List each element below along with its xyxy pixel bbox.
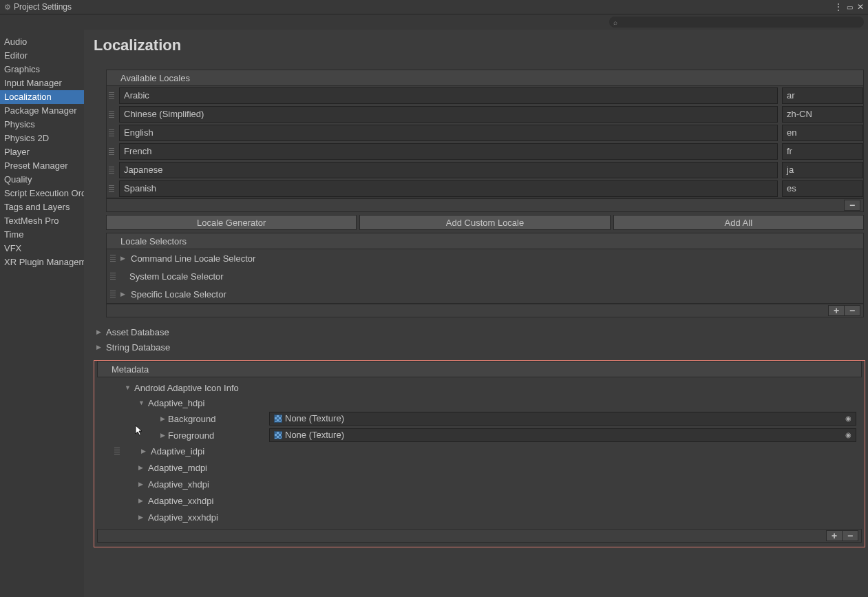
locale-row: Chinese (Simplified)zh-CN (107, 105, 863, 123)
locale-name-field[interactable]: Chinese (Simplified) (119, 106, 778, 123)
grip-icon[interactable] (109, 255, 116, 262)
adaptive-xxxhdpi-item[interactable]: ▶ Adaptive_xxxhdpi (97, 510, 862, 525)
locale-selectors-header: Locale Selectors (106, 233, 864, 249)
sidebar: AudioEditorGraphicsInput ManagerLocaliza… (0, 30, 84, 597)
sidebar-item-package-manager[interactable]: Package Manager (0, 104, 84, 118)
texture-icon (274, 415, 282, 423)
remove-metadata-button[interactable]: − (842, 530, 858, 541)
locale-code-field[interactable]: fr (782, 143, 863, 160)
page-title: Localization (94, 36, 865, 54)
sidebar-item-preset-manager[interactable]: Preset Manager (0, 159, 84, 173)
selector-row[interactable]: ▶Specific Locale Selector (107, 285, 863, 303)
sidebar-item-player[interactable]: Player (0, 145, 84, 159)
sidebar-item-quality[interactable]: Quality (0, 173, 84, 187)
locale-generator-button[interactable]: Locale Generator (106, 215, 357, 230)
selector-label: Specific Locale Selector (131, 289, 226, 300)
sidebar-item-audio[interactable]: Audio (0, 35, 84, 49)
chevron-right-icon: ▶ (96, 344, 103, 350)
sidebar-item-vfx[interactable]: VFX (0, 242, 84, 255)
sidebar-item-script-execution-order[interactable]: Script Execution Order (0, 187, 84, 200)
search-input[interactable] (609, 17, 864, 28)
adaptive-xxxhdpi-label: Adaptive_xxxhdpi (148, 512, 218, 523)
object-picker-icon[interactable]: ◉ (845, 429, 851, 441)
gear-icon: ⚙ (4, 3, 11, 12)
sidebar-item-input-manager[interactable]: Input Manager (0, 76, 84, 90)
background-label: Background (168, 414, 215, 424)
sidebar-item-physics[interactable]: Physics (0, 118, 84, 132)
string-database-item[interactable]: ▶ String Database (94, 339, 865, 355)
adaptive-hdpi-label: Adaptive_hdpi (148, 398, 204, 408)
sidebar-item-textmesh-pro[interactable]: TextMesh Pro (0, 214, 84, 228)
chevron-right-icon: ▶ (120, 255, 125, 262)
grip-icon[interactable] (108, 185, 115, 192)
grip-icon[interactable] (108, 111, 115, 118)
locale-code-field[interactable]: es (782, 180, 863, 197)
menu-icon[interactable]: ⋮ (834, 2, 843, 12)
window-title: Project Settings (14, 2, 834, 12)
locale-code-field[interactable]: ar (782, 87, 863, 104)
object-picker-icon[interactable]: ◉ (845, 412, 851, 425)
grip-icon[interactable] (108, 92, 115, 99)
adaptive-hdpi-item[interactable]: ▼ Adaptive_hdpi (97, 395, 862, 410)
grip-icon[interactable] (108, 167, 115, 174)
locale-code-field[interactable]: ja (782, 162, 863, 178)
sidebar-item-time[interactable]: Time (0, 228, 84, 242)
foreground-label: Foreground (168, 430, 214, 441)
locale-code-field[interactable]: zh-CN (782, 106, 863, 123)
background-texture-field[interactable]: None (Texture) ◉ (269, 412, 856, 426)
locale-code-field[interactable]: en (782, 125, 863, 141)
metadata-highlight-box: Metadata ▼ Android Adaptive Icon Info ▼ … (94, 360, 865, 547)
adaptive-xhdpi-label: Adaptive_xhdpi (148, 479, 209, 490)
asset-database-item[interactable]: ▶ Asset Database (94, 324, 865, 339)
available-locales-header: Available Locales (106, 70, 864, 86)
locale-name-field[interactable]: Japanese (119, 162, 778, 178)
remove-locale-button[interactable]: − (844, 200, 860, 211)
asset-database-label: Asset Database (106, 327, 169, 337)
texture-icon (274, 431, 282, 439)
locale-row: Japaneseja (107, 160, 863, 179)
grip-icon[interactable] (108, 148, 115, 155)
add-custom-locale-button[interactable]: Add Custom Locale (359, 215, 610, 230)
chevron-right-icon: ▶ (138, 481, 145, 488)
background-row: ▶ Background None (Texture) ◉ (97, 410, 862, 427)
sidebar-item-localization[interactable]: Localization (0, 90, 84, 104)
searchbar: ⌕ (0, 14, 868, 30)
grip-icon[interactable] (114, 448, 120, 454)
close-icon[interactable]: ✕ (857, 2, 864, 12)
foreground-row: ▶ Foreground None (Texture) ◉ (97, 427, 862, 443)
string-database-label: String Database (106, 342, 170, 353)
maximize-icon[interactable]: ▭ (847, 3, 853, 11)
metadata-header: Metadata (97, 361, 862, 377)
remove-selector-button[interactable]: − (844, 305, 860, 316)
window-controls: ⋮ ▭ ✕ (834, 2, 864, 12)
add-metadata-button[interactable]: + (826, 530, 843, 541)
locale-name-field[interactable]: French (119, 143, 778, 160)
android-adaptive-icon-item[interactable]: ▼ Android Adaptive Icon Info (97, 380, 862, 395)
grip-icon[interactable] (109, 291, 116, 297)
chevron-right-icon: ▶ (141, 448, 148, 454)
locale-name-field[interactable]: Spanish (119, 180, 778, 197)
chevron-down-icon: ▼ (125, 384, 131, 391)
add-all-button[interactable]: Add All (613, 215, 864, 230)
selector-row[interactable]: System Locale Selector (107, 267, 863, 285)
selector-row[interactable]: ▶Command Line Locale Selector (107, 249, 863, 267)
adaptive-xhdpi-item[interactable]: ▶ Adaptive_xhdpi (97, 476, 862, 492)
locale-row: Frenchfr (107, 142, 863, 160)
sidebar-item-tags-and-layers[interactable]: Tags and Layers (0, 200, 84, 214)
chevron-right-icon: ▶ (96, 328, 103, 335)
adaptive-xxhdpi-item[interactable]: ▶ Adaptive_xxhdpi (97, 493, 862, 508)
locale-buttons: Locale Generator Add Custom Locale Add A… (106, 215, 864, 230)
grip-icon[interactable] (109, 273, 116, 280)
sidebar-item-editor[interactable]: Editor (0, 49, 84, 63)
sidebar-item-xr-plugin-management[interactable]: XR Plugin Management (0, 255, 84, 269)
locale-name-field[interactable]: Arabic (119, 87, 778, 104)
locales-footer: − (106, 198, 864, 212)
sidebar-item-graphics[interactable]: Graphics (0, 63, 84, 76)
adaptive-idpi-item[interactable]: ▶ Adaptive_idpi (97, 443, 862, 459)
add-selector-button[interactable]: + (828, 305, 845, 316)
grip-icon[interactable] (108, 129, 115, 136)
sidebar-item-physics-2d[interactable]: Physics 2D (0, 132, 84, 145)
foreground-texture-field[interactable]: None (Texture) ◉ (269, 428, 856, 442)
locale-name-field[interactable]: English (119, 125, 778, 141)
adaptive-mdpi-item[interactable]: ▶ Adaptive_mdpi (97, 460, 862, 475)
